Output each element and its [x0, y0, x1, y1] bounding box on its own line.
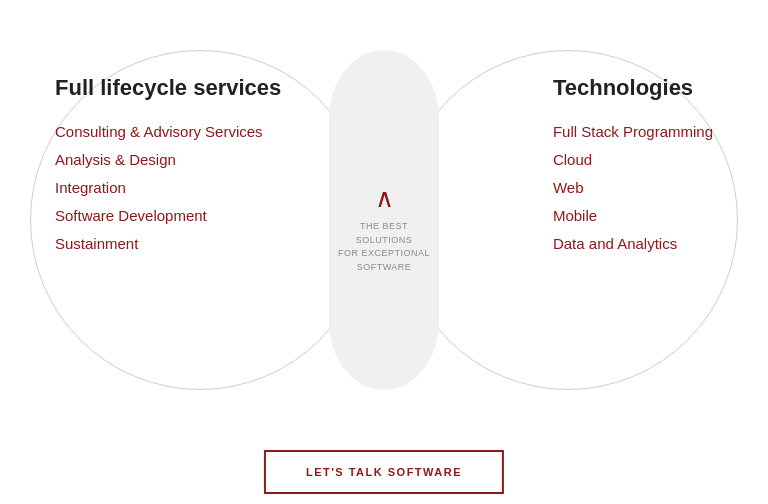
center-line2: FOR EXCEPTIONAL — [338, 248, 430, 258]
list-item[interactable]: Integration — [55, 179, 281, 197]
right-title: Technologies — [553, 75, 713, 101]
center-tagline: THE BEST SOLUTIONS FOR EXCEPTIONAL SOFTW… — [334, 220, 434, 274]
list-item[interactable]: Analysis & Design — [55, 151, 281, 169]
right-item-2[interactable]: Cloud — [553, 151, 592, 168]
list-item[interactable]: Mobile — [553, 207, 713, 225]
right-item-3[interactable]: Web — [553, 179, 584, 196]
left-item-5[interactable]: Sustainment — [55, 235, 138, 252]
list-item[interactable]: Web — [553, 179, 713, 197]
left-list: Consulting & Advisory Services Analysis … — [55, 123, 281, 253]
left-item-3[interactable]: Integration — [55, 179, 126, 196]
center-section: ∧ THE BEST SOLUTIONS FOR EXCEPTIONAL SOF… — [334, 186, 434, 274]
list-item[interactable]: Sustainment — [55, 235, 281, 253]
list-item[interactable]: Consulting & Advisory Services — [55, 123, 281, 141]
left-item-1[interactable]: Consulting & Advisory Services — [55, 123, 263, 140]
left-section: Full lifecycle services Consulting & Adv… — [55, 75, 281, 263]
list-item[interactable]: Data and Analytics — [553, 235, 713, 253]
cta-button[interactable]: LET'S TALK SOFTWARE — [264, 450, 504, 494]
venn-diagram: Full lifecycle services Consulting & Adv… — [0, 20, 768, 440]
center-line3: SOFTWARE — [357, 262, 412, 272]
list-item[interactable]: Software Development — [55, 207, 281, 225]
list-item[interactable]: Full Stack Programming — [553, 123, 713, 141]
left-item-2[interactable]: Analysis & Design — [55, 151, 176, 168]
right-section: Technologies Full Stack Programming Clou… — [553, 75, 713, 263]
chevron-icon: ∧ — [334, 186, 434, 212]
right-item-1[interactable]: Full Stack Programming — [553, 123, 713, 140]
right-list: Full Stack Programming Cloud Web Mobile … — [553, 123, 713, 253]
left-item-4[interactable]: Software Development — [55, 207, 207, 224]
cta-section: LET'S TALK SOFTWARE — [264, 450, 504, 494]
left-title: Full lifecycle services — [55, 75, 281, 101]
right-item-5[interactable]: Data and Analytics — [553, 235, 677, 252]
right-item-4[interactable]: Mobile — [553, 207, 597, 224]
list-item[interactable]: Cloud — [553, 151, 713, 169]
center-line1: THE BEST SOLUTIONS — [356, 221, 413, 245]
